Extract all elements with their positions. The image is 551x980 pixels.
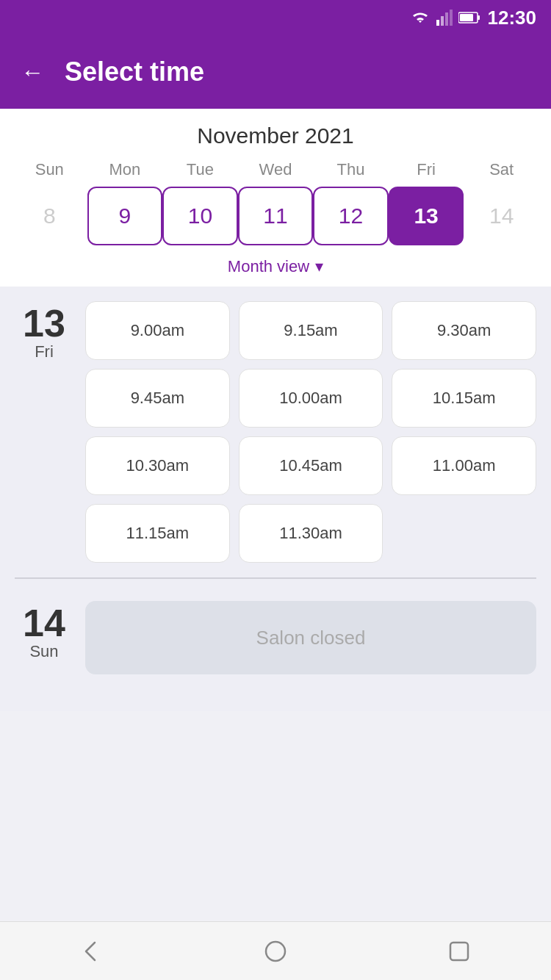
salon-closed-label: Salon closed <box>85 601 536 674</box>
app-header: ← Select time <box>0 35 551 109</box>
month-view-label: Month view <box>228 257 309 276</box>
day-14[interactable]: 14 <box>464 187 539 245</box>
day-12[interactable]: 12 <box>313 187 389 245</box>
weekday-sat: Sat <box>464 160 539 179</box>
day-9[interactable]: 9 <box>87 187 163 245</box>
weekday-wed: Wed <box>238 160 314 179</box>
divider <box>15 577 536 579</box>
nav-back-button[interactable] <box>76 935 108 968</box>
recents-nav-icon <box>446 938 472 965</box>
svg-point-7 <box>266 942 285 961</box>
svg-rect-8 <box>450 943 468 960</box>
slot-1115am[interactable]: 11.15am <box>85 504 230 563</box>
status-icons <box>410 10 480 26</box>
weekday-tue: Tue <box>162 160 238 179</box>
day-10[interactable]: 10 <box>162 187 238 245</box>
svg-rect-3 <box>450 10 453 26</box>
day-13-label: 13 Fri <box>15 301 73 563</box>
weekday-sun: Sun <box>12 160 87 179</box>
days-row: 8 9 10 11 12 13 14 <box>12 187 539 245</box>
weekday-thu: Thu <box>313 160 389 179</box>
slot-1030am[interactable]: 10.30am <box>85 436 230 495</box>
slot-915am[interactable]: 9.15am <box>239 301 383 360</box>
slot-1000am[interactable]: 10.00am <box>239 369 383 428</box>
slot-1045am[interactable]: 10.45am <box>239 436 383 495</box>
calendar-section: November 2021 Sun Mon Tue Wed Thu Fri Sa… <box>0 109 551 287</box>
time-slots-section: 13 Fri 9.00am 9.15am 9.30am 9.45am 10.00… <box>0 287 551 711</box>
status-bar: 12:30 <box>0 0 551 35</box>
day-14-label: 14 Sun <box>15 601 73 674</box>
day-14-name: Sun <box>29 642 58 661</box>
slot-1015am[interactable]: 10.15am <box>392 369 536 428</box>
svg-rect-2 <box>445 12 448 26</box>
battery-icon <box>458 11 480 24</box>
svg-rect-5 <box>478 15 480 20</box>
back-button[interactable]: ← <box>21 60 44 84</box>
svg-rect-1 <box>441 16 444 26</box>
weekdays-row: Sun Mon Tue Wed Thu Fri Sat <box>12 160 539 179</box>
svg-rect-0 <box>436 20 439 26</box>
nav-home-button[interactable] <box>259 935 292 968</box>
day-14-block: 14 Sun Salon closed <box>15 601 536 674</box>
day-13-slots-grid: 9.00am 9.15am 9.30am 9.45am 10.00am 10.1… <box>85 301 536 563</box>
back-nav-icon <box>79 938 105 965</box>
slot-945am[interactable]: 9.45am <box>85 369 230 428</box>
bottom-nav <box>0 921 551 980</box>
home-nav-icon <box>262 938 289 965</box>
month-year-title: November 2021 <box>12 123 539 148</box>
slot-930am[interactable]: 9.30am <box>392 301 536 360</box>
svg-rect-6 <box>460 14 473 21</box>
status-time: 12:30 <box>488 7 537 29</box>
nav-recents-button[interactable] <box>443 935 475 968</box>
slot-900am[interactable]: 9.00am <box>85 301 230 360</box>
day-8[interactable]: 8 <box>12 187 87 245</box>
wifi-icon <box>410 10 431 26</box>
signal-icon <box>436 10 453 26</box>
day-13-number: 13 <box>23 304 65 342</box>
day-13[interactable]: 13 <box>389 187 464 245</box>
day-14-number: 14 <box>23 604 65 642</box>
day-11[interactable]: 11 <box>238 187 314 245</box>
slot-1130am[interactable]: 11.30am <box>239 504 383 563</box>
slot-1100am[interactable]: 11.00am <box>392 436 536 495</box>
chevron-down-icon: ▾ <box>315 257 323 276</box>
page-title: Select time <box>65 57 204 87</box>
day-13-block: 13 Fri 9.00am 9.15am 9.30am 9.45am 10.00… <box>15 301 536 563</box>
weekday-mon: Mon <box>87 160 163 179</box>
month-view-toggle[interactable]: Month view ▾ <box>12 251 539 279</box>
day-13-name: Fri <box>35 342 54 361</box>
weekday-fri: Fri <box>389 160 464 179</box>
